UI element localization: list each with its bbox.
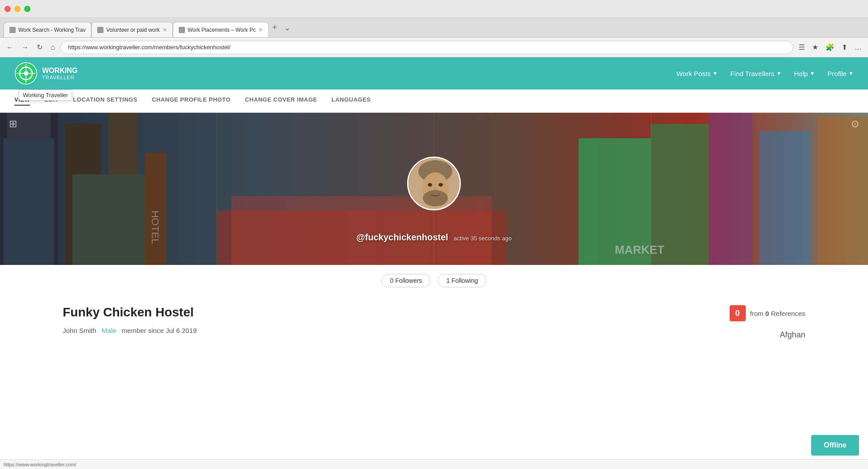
new-tab-button[interactable]: + (269, 23, 281, 32)
profile-name: Funky Chicken Hostel (63, 305, 197, 320)
address-bar[interactable] (60, 41, 793, 54)
cover-expand-icon[interactable]: ⊞ (9, 118, 17, 130)
profile-dropdown-arrow: ▼ (848, 70, 854, 77)
logo-icon (14, 62, 38, 85)
profile-username-area: @fuckychickenhostel active 35 seconds ag… (357, 232, 512, 243)
home-button[interactable]: ⌂ (48, 42, 58, 53)
member-since: member since Jul 6 2019 (122, 327, 197, 334)
maximize-window-button[interactable] (24, 6, 30, 12)
nav-work-posts[interactable]: Work Posts ▼ (676, 70, 718, 77)
profile-active-status: active 35 seconds ago (454, 235, 511, 242)
work-posts-dropdown-arrow: ▼ (713, 70, 718, 77)
offline-button[interactable]: Offline (811, 435, 859, 456)
profile-subnav: VIEW EDIT LOCATION SETTINGS CHANGE PROFI… (0, 90, 868, 113)
minimize-window-button[interactable] (14, 6, 21, 12)
close-window-button[interactable] (4, 6, 11, 12)
tab-close-3[interactable]: ✕ (258, 27, 263, 33)
logo-text: WORKING TRAVELLER (42, 67, 77, 80)
browser-tab-3[interactable]: Work Placements – Work Pc ✕ (173, 22, 269, 37)
svg-point-30 (423, 190, 448, 206)
real-name: John Smith (63, 327, 96, 334)
followers-count: 0 (390, 277, 394, 284)
help-dropdown-arrow: ▼ (810, 70, 815, 77)
browser-tab-2[interactable]: Volunteer or paid work ✕ (91, 22, 172, 37)
site-header: Working Traveller WORKING TRAVELLER Wo (0, 57, 868, 90)
subnav-languages[interactable]: LANGUAGES (331, 96, 371, 106)
cover-settings-icon[interactable]: ⊙ (851, 118, 859, 130)
reload-button[interactable]: ↻ (34, 41, 45, 53)
followers-button[interactable]: 0 Followers (382, 274, 431, 287)
tab-label-2: Volunteer or paid work (106, 27, 159, 33)
back-button[interactable]: ← (4, 42, 16, 53)
status-url: https://www.workingtraveller.com/ (4, 462, 77, 467)
cover-area: HOTEL MARKET ⊞ ⊙ (0, 113, 868, 265)
gender[interactable]: Male (102, 327, 116, 334)
bookmark-button[interactable]: ★ (809, 41, 821, 53)
forward-button[interactable]: → (19, 42, 31, 53)
tooltip-working-traveller: Working Traveller (19, 90, 72, 101)
tab-close-2[interactable]: ✕ (163, 27, 167, 33)
references-from-text: from 0 References (750, 310, 805, 317)
profile-handle: @fuckychickenhostel (357, 232, 448, 242)
browser-titlebar (0, 0, 868, 18)
tab-favicon-1 (9, 27, 16, 33)
profile-avatar-wrapper (407, 157, 461, 210)
browser-toolbar: ← → ↻ ⌂ ☰ ★ 🧩 ⬆ … (0, 38, 868, 57)
subnav-change-profile-photo[interactable]: CHANGE PROFILE PHOTO (152, 96, 231, 106)
subnav-location-settings[interactable]: LOCATION SETTINGS (73, 96, 138, 106)
page-content: Working Traveller WORKING TRAVELLER Wo (0, 57, 868, 459)
find-travellers-dropdown-arrow: ▼ (776, 70, 782, 77)
following-count: 1 (446, 277, 450, 284)
status-bar: https://www.workingtraveller.com/ (0, 459, 868, 469)
tab-label-3: Work Placements – Work Pc (188, 27, 256, 33)
profile-avatar[interactable] (407, 157, 461, 210)
share-button[interactable]: ⬆ (839, 41, 850, 53)
profile-info-section: Funky Chicken Hostel John Smith Male mem… (0, 292, 868, 349)
profile-left-info: Funky Chicken Hostel John Smith Male mem… (63, 305, 197, 334)
reader-view-button[interactable]: ☰ (796, 41, 808, 53)
online-status-dot (451, 201, 458, 207)
tab-list-button[interactable]: ⌄ (280, 23, 294, 33)
subnav-change-cover-image[interactable]: CHANGE COVER IMAGE (245, 96, 317, 106)
logo-area[interactable]: WORKING TRAVELLER (14, 62, 77, 85)
window-controls (4, 6, 30, 12)
following-label: Following (451, 277, 478, 284)
tab-favicon-2 (97, 27, 103, 33)
nav-profile[interactable]: Profile ▼ (828, 70, 854, 77)
nav-find-travellers[interactable]: Find Travellers ▼ (730, 70, 782, 77)
followers-label: Followers (395, 277, 422, 284)
site-nav: Work Posts ▼ Find Travellers ▼ Help ▼ Pr… (676, 70, 854, 77)
toolbar-actions: ☰ ★ 🧩 ⬆ … (796, 41, 864, 53)
extensions-button[interactable]: 🧩 (823, 41, 837, 53)
nationality: Afghan (780, 330, 805, 340)
browser-tab-1[interactable]: Work Search - Working Trav (4, 22, 91, 37)
profile-right-info: 0 from 0 References Afghan (730, 305, 805, 340)
browser-tabs: Work Search - Working Trav Volunteer or … (0, 18, 868, 38)
member-info: John Smith Male member since Jul 6 2019 (63, 327, 197, 334)
following-button[interactable]: 1 Following (438, 274, 486, 287)
references-box: 0 from 0 References (730, 305, 805, 321)
avatar-face (408, 158, 460, 209)
tab-label-1: Work Search - Working Trav (18, 27, 86, 33)
svg-point-28 (438, 183, 443, 187)
references-count-badge: 0 (730, 305, 746, 321)
menu-button[interactable]: … (852, 41, 864, 53)
followers-area: 0 Followers 1 Following (0, 265, 868, 292)
svg-point-27 (428, 183, 432, 187)
browser-frame: Work Search - Working Trav Volunteer or … (0, 0, 868, 469)
tab-favicon-3 (179, 27, 185, 33)
nav-help[interactable]: Help ▼ (794, 70, 815, 77)
